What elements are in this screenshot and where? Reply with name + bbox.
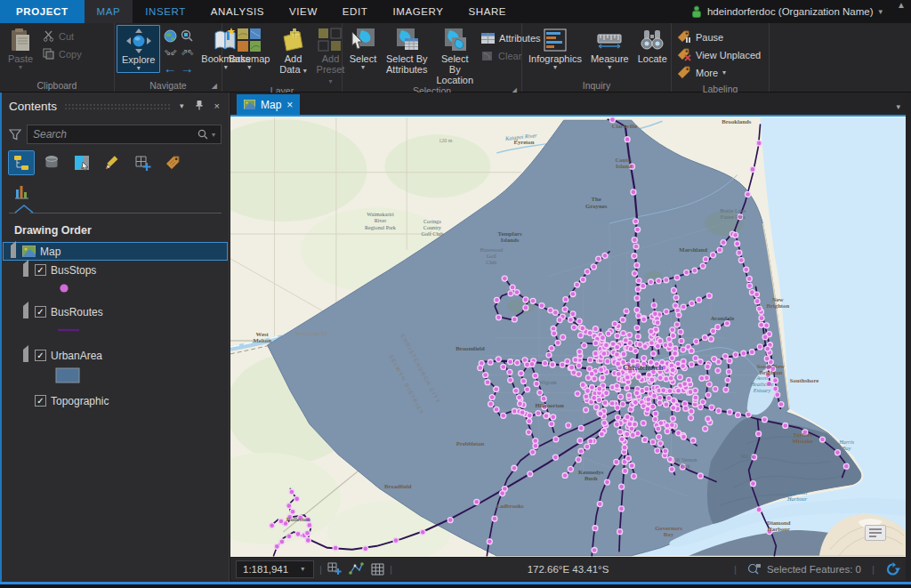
tab-view[interactable]: VIEW xyxy=(277,0,330,23)
select-by-location-label-2: Location xyxy=(436,75,473,85)
select-caret-icon: ▾ xyxy=(361,64,365,71)
contents-panel-title: Contents xyxy=(9,100,57,113)
search-icon[interactable] xyxy=(198,129,208,140)
tab-map[interactable]: MAP xyxy=(85,0,133,23)
add-data-caret-icon: ▾ xyxy=(303,67,307,75)
edit-pencil-icon xyxy=(104,155,120,171)
collapse-ribbon-button[interactable]: ▲ xyxy=(891,0,911,23)
refresh-icon[interactable] xyxy=(885,562,900,576)
copy-button[interactable]: Copy xyxy=(43,46,82,61)
pause-label-icon xyxy=(677,30,691,44)
measure-button[interactable]: Measure ▾ xyxy=(586,25,633,71)
full-extent-button[interactable] xyxy=(162,28,178,44)
fixed-zoom-out-icon[interactable]: ⇗⇖ xyxy=(179,44,195,60)
group-navigate: Explore ▾ ⇘⇙ ⇗⇖ ← → xyxy=(115,23,222,92)
list-by-snapping-tab[interactable] xyxy=(130,151,155,174)
list-by-charts-tab[interactable] xyxy=(9,180,34,203)
explore-icon xyxy=(125,28,153,54)
clear-icon xyxy=(481,51,494,61)
tab-imagery[interactable]: IMAGERY xyxy=(380,0,456,23)
busstops-checkbox[interactable]: ✓ xyxy=(35,264,46,276)
tab-edit[interactable]: EDIT xyxy=(330,0,381,23)
tab-project[interactable]: PROJECT xyxy=(0,0,85,23)
view-unplaced-button[interactable]: View Unplaced xyxy=(677,47,761,62)
cut-button[interactable]: Cut xyxy=(43,28,82,44)
drawing-order-heading: Drawing Order xyxy=(2,213,229,242)
tab-analysis[interactable]: ANALYSIS xyxy=(198,0,277,23)
select-button[interactable]: Select ▾ xyxy=(344,25,382,71)
search-options-caret-icon[interactable]: ▾ xyxy=(212,131,215,139)
add-data-icon xyxy=(278,27,307,53)
tab-share[interactable]: SHARE xyxy=(456,0,519,23)
paste-button[interactable]: Paste ▾ xyxy=(2,25,39,71)
busstops-point-symbol xyxy=(59,283,69,294)
busroutes-expander-icon[interactable] xyxy=(21,306,30,318)
list-by-editing-tab[interactable] xyxy=(100,151,125,174)
fixed-zoom-in-icon[interactable]: ⇘⇙ xyxy=(162,44,178,60)
locate-icon xyxy=(638,27,666,53)
close-tab-icon[interactable]: × xyxy=(286,99,293,111)
tree-item-map[interactable]: Map xyxy=(3,242,228,261)
svg-text:LytteltonHarbour: LytteltonHarbour xyxy=(786,489,808,502)
tree-item-busroutes[interactable]: ✓ BusRoutes xyxy=(2,302,229,321)
basemap-caret-icon: ▾ xyxy=(247,64,251,71)
zoom-to-selection-button[interactable] xyxy=(179,28,195,44)
notification-icon[interactable] xyxy=(865,525,886,541)
add-preset-icon xyxy=(316,27,344,53)
more-labeling-button[interactable]: More ▾ xyxy=(677,65,761,80)
group-selection: Select ▾ Select By Attributes Select By … xyxy=(343,23,522,92)
navigate-dialog-launcher[interactable]: ◢ xyxy=(212,82,217,90)
urbanarea-symbol-row[interactable] xyxy=(2,365,229,386)
infographics-button[interactable]: Infographics ▾ xyxy=(524,25,586,71)
map-view-tab[interactable]: Map × xyxy=(237,94,300,115)
urbanarea-checkbox[interactable]: ✓ xyxy=(35,350,46,361)
pause-labeling-button[interactable]: Pause xyxy=(677,29,761,44)
topographic-checkbox[interactable]: ✓ xyxy=(35,395,46,407)
view-unplaced-label: View Unplaced xyxy=(696,50,761,60)
panel-pin-icon[interactable] xyxy=(193,100,206,112)
svg-text:TemplarsIslands: TemplarsIslands xyxy=(498,230,522,243)
data-source-icon xyxy=(44,155,60,171)
panel-drag-grip[interactable] xyxy=(64,103,171,110)
add-data-label-1: Add xyxy=(285,53,302,64)
paste-icon xyxy=(6,27,35,53)
user-icon xyxy=(691,5,702,18)
add-data-button[interactable]: Add Data ▾ xyxy=(274,25,311,75)
list-by-selection-tab[interactable] xyxy=(69,151,94,174)
panel-close-icon[interactable]: × xyxy=(213,101,222,111)
tree-item-topographic[interactable]: ✓ Topographic xyxy=(2,391,229,410)
basemap-button[interactable]: Basemap ▾ xyxy=(224,25,274,71)
locate-button[interactable]: Locate xyxy=(633,25,672,64)
previous-extent-button[interactable]: ← xyxy=(162,60,178,76)
tab-insert[interactable]: INSERT xyxy=(133,0,198,23)
panel-menu-icon[interactable]: ▾ xyxy=(178,101,186,110)
arcgis-pro-window: PROJECT MAP INSERT ANALYSIS VIEW EDIT IM… xyxy=(0,0,911,588)
busroutes-symbol-row[interactable] xyxy=(2,321,229,339)
tree-item-urbanarea[interactable]: ✓ UrbanArea xyxy=(2,346,229,365)
account-menu[interactable]: hdeindorferdoc (Organization Name) ▾ xyxy=(691,0,891,23)
filter-icon[interactable] xyxy=(9,129,21,141)
select-by-attributes-button[interactable]: Select By Attributes xyxy=(382,25,431,75)
map-expander-icon[interactable] xyxy=(9,246,18,258)
busstops-expander-icon[interactable] xyxy=(21,264,30,277)
select-by-location-icon xyxy=(440,27,469,53)
busstops-symbol-row[interactable] xyxy=(2,279,229,297)
inquiry-group-label: Inquiry xyxy=(583,80,611,91)
busroutes-checkbox[interactable]: ✓ xyxy=(35,306,46,318)
explore-button[interactable]: Explore ▾ xyxy=(117,25,160,73)
select-by-location-button[interactable]: Select By Location xyxy=(431,25,478,85)
selected-features-label: Selected Features: 0 xyxy=(767,564,861,575)
map-canvas[interactable]: EyretonClarkvilleCouttsIslandTheGroynesK… xyxy=(230,117,906,557)
search-input[interactable] xyxy=(33,128,194,141)
list-by-data-source-tab[interactable] xyxy=(39,151,64,174)
tree-item-busstops[interactable]: ✓ BusStops xyxy=(2,261,229,279)
paste-caret-icon: ▾ xyxy=(19,64,22,71)
list-by-drawing-order-tab[interactable] xyxy=(9,151,34,174)
infographics-caret-icon: ▾ xyxy=(553,64,557,71)
next-extent-button[interactable]: → xyxy=(179,60,195,76)
view-tabs-menu-icon[interactable]: ▾ xyxy=(896,102,900,111)
urbanarea-expander-icon[interactable] xyxy=(21,350,30,362)
svg-text:Marshland: Marshland xyxy=(679,246,707,253)
locate-label: Locate xyxy=(638,53,667,64)
list-by-labeling-tab[interactable] xyxy=(160,151,185,174)
